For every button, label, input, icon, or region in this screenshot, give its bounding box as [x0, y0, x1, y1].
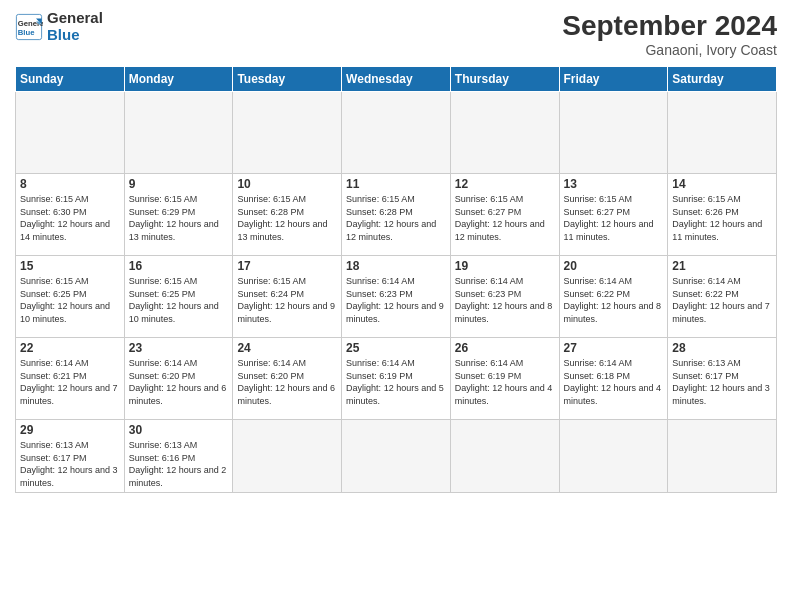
day-info: Sunrise: 6:15 AMSunset: 6:25 PMDaylight:… [129, 275, 229, 325]
calendar-day-cell [124, 92, 233, 174]
day-number: 15 [20, 259, 120, 273]
calendar-day-cell [559, 92, 668, 174]
weekday-header: Thursday [450, 67, 559, 92]
calendar-day-cell: 8Sunrise: 6:15 AMSunset: 6:30 PMDaylight… [16, 174, 125, 256]
calendar-day-cell: 25Sunrise: 6:14 AMSunset: 6:19 PMDayligh… [342, 338, 451, 420]
day-number: 23 [129, 341, 229, 355]
day-number: 20 [564, 259, 664, 273]
calendar-week-row [16, 92, 777, 174]
day-number: 19 [455, 259, 555, 273]
day-info: Sunrise: 6:15 AMSunset: 6:26 PMDaylight:… [672, 193, 772, 243]
calendar-day-cell: 14Sunrise: 6:15 AMSunset: 6:26 PMDayligh… [668, 174, 777, 256]
day-number: 26 [455, 341, 555, 355]
calendar-day-cell [233, 420, 342, 493]
day-info: Sunrise: 6:14 AMSunset: 6:23 PMDaylight:… [455, 275, 555, 325]
calendar-day-cell: 9Sunrise: 6:15 AMSunset: 6:29 PMDaylight… [124, 174, 233, 256]
day-info: Sunrise: 6:15 AMSunset: 6:28 PMDaylight:… [346, 193, 446, 243]
weekday-header-row: SundayMondayTuesdayWednesdayThursdayFrid… [16, 67, 777, 92]
calendar-day-cell: 16Sunrise: 6:15 AMSunset: 6:25 PMDayligh… [124, 256, 233, 338]
day-info: Sunrise: 6:14 AMSunset: 6:19 PMDaylight:… [455, 357, 555, 407]
title-block: September 2024 Ganaoni, Ivory Coast [562, 10, 777, 58]
calendar-table: SundayMondayTuesdayWednesdayThursdayFrid… [15, 66, 777, 493]
day-number: 30 [129, 423, 229, 437]
calendar-day-cell: 13Sunrise: 6:15 AMSunset: 6:27 PMDayligh… [559, 174, 668, 256]
calendar-day-cell: 21Sunrise: 6:14 AMSunset: 6:22 PMDayligh… [668, 256, 777, 338]
day-number: 29 [20, 423, 120, 437]
page-header: General Blue General Blue September 2024… [15, 10, 777, 58]
day-info: Sunrise: 6:15 AMSunset: 6:25 PMDaylight:… [20, 275, 120, 325]
day-info: Sunrise: 6:14 AMSunset: 6:22 PMDaylight:… [564, 275, 664, 325]
calendar-day-cell: 30Sunrise: 6:13 AMSunset: 6:16 PMDayligh… [124, 420, 233, 493]
day-number: 22 [20, 341, 120, 355]
calendar-week-row: 15Sunrise: 6:15 AMSunset: 6:25 PMDayligh… [16, 256, 777, 338]
day-info: Sunrise: 6:13 AMSunset: 6:16 PMDaylight:… [129, 439, 229, 489]
day-info: Sunrise: 6:14 AMSunset: 6:20 PMDaylight:… [129, 357, 229, 407]
day-number: 17 [237, 259, 337, 273]
day-info: Sunrise: 6:14 AMSunset: 6:20 PMDaylight:… [237, 357, 337, 407]
day-number: 21 [672, 259, 772, 273]
calendar-day-cell: 28Sunrise: 6:13 AMSunset: 6:17 PMDayligh… [668, 338, 777, 420]
day-number: 16 [129, 259, 229, 273]
day-number: 25 [346, 341, 446, 355]
calendar-day-cell: 27Sunrise: 6:14 AMSunset: 6:18 PMDayligh… [559, 338, 668, 420]
calendar-day-cell: 29Sunrise: 6:13 AMSunset: 6:17 PMDayligh… [16, 420, 125, 493]
weekday-header: Saturday [668, 67, 777, 92]
location: Ganaoni, Ivory Coast [562, 42, 777, 58]
day-info: Sunrise: 6:15 AMSunset: 6:28 PMDaylight:… [237, 193, 337, 243]
day-number: 10 [237, 177, 337, 191]
calendar-week-row: 29Sunrise: 6:13 AMSunset: 6:17 PMDayligh… [16, 420, 777, 493]
day-info: Sunrise: 6:13 AMSunset: 6:17 PMDaylight:… [672, 357, 772, 407]
calendar-page: General Blue General Blue September 2024… [0, 0, 792, 612]
day-number: 28 [672, 341, 772, 355]
calendar-day-cell: 24Sunrise: 6:14 AMSunset: 6:20 PMDayligh… [233, 338, 342, 420]
day-number: 18 [346, 259, 446, 273]
day-number: 27 [564, 341, 664, 355]
calendar-day-cell: 23Sunrise: 6:14 AMSunset: 6:20 PMDayligh… [124, 338, 233, 420]
logo-text: General Blue [47, 10, 103, 43]
month-year: September 2024 [562, 10, 777, 42]
day-info: Sunrise: 6:15 AMSunset: 6:27 PMDaylight:… [564, 193, 664, 243]
calendar-day-cell [450, 420, 559, 493]
calendar-week-row: 22Sunrise: 6:14 AMSunset: 6:21 PMDayligh… [16, 338, 777, 420]
calendar-day-cell: 11Sunrise: 6:15 AMSunset: 6:28 PMDayligh… [342, 174, 451, 256]
calendar-day-cell [668, 92, 777, 174]
calendar-day-cell: 20Sunrise: 6:14 AMSunset: 6:22 PMDayligh… [559, 256, 668, 338]
weekday-header: Friday [559, 67, 668, 92]
day-info: Sunrise: 6:14 AMSunset: 6:22 PMDaylight:… [672, 275, 772, 325]
calendar-day-cell: 12Sunrise: 6:15 AMSunset: 6:27 PMDayligh… [450, 174, 559, 256]
calendar-day-cell [559, 420, 668, 493]
weekday-header: Wednesday [342, 67, 451, 92]
day-info: Sunrise: 6:13 AMSunset: 6:17 PMDaylight:… [20, 439, 120, 489]
logo-icon: General Blue [15, 13, 43, 41]
day-info: Sunrise: 6:15 AMSunset: 6:24 PMDaylight:… [237, 275, 337, 325]
calendar-day-cell [16, 92, 125, 174]
day-info: Sunrise: 6:14 AMSunset: 6:21 PMDaylight:… [20, 357, 120, 407]
calendar-day-cell [450, 92, 559, 174]
svg-text:Blue: Blue [18, 28, 35, 37]
calendar-day-cell: 18Sunrise: 6:14 AMSunset: 6:23 PMDayligh… [342, 256, 451, 338]
calendar-day-cell [342, 420, 451, 493]
calendar-day-cell [668, 420, 777, 493]
day-info: Sunrise: 6:15 AMSunset: 6:29 PMDaylight:… [129, 193, 229, 243]
day-number: 12 [455, 177, 555, 191]
day-number: 9 [129, 177, 229, 191]
calendar-day-cell: 22Sunrise: 6:14 AMSunset: 6:21 PMDayligh… [16, 338, 125, 420]
calendar-day-cell: 19Sunrise: 6:14 AMSunset: 6:23 PMDayligh… [450, 256, 559, 338]
calendar-day-cell: 26Sunrise: 6:14 AMSunset: 6:19 PMDayligh… [450, 338, 559, 420]
calendar-day-cell: 17Sunrise: 6:15 AMSunset: 6:24 PMDayligh… [233, 256, 342, 338]
day-number: 8 [20, 177, 120, 191]
calendar-week-row: 8Sunrise: 6:15 AMSunset: 6:30 PMDaylight… [16, 174, 777, 256]
day-number: 14 [672, 177, 772, 191]
calendar-day-cell: 15Sunrise: 6:15 AMSunset: 6:25 PMDayligh… [16, 256, 125, 338]
calendar-day-cell [233, 92, 342, 174]
day-number: 13 [564, 177, 664, 191]
day-number: 11 [346, 177, 446, 191]
weekday-header: Sunday [16, 67, 125, 92]
weekday-header: Tuesday [233, 67, 342, 92]
calendar-day-cell [342, 92, 451, 174]
calendar-day-cell: 10Sunrise: 6:15 AMSunset: 6:28 PMDayligh… [233, 174, 342, 256]
day-info: Sunrise: 6:14 AMSunset: 6:23 PMDaylight:… [346, 275, 446, 325]
day-number: 24 [237, 341, 337, 355]
weekday-header: Monday [124, 67, 233, 92]
day-info: Sunrise: 6:15 AMSunset: 6:30 PMDaylight:… [20, 193, 120, 243]
